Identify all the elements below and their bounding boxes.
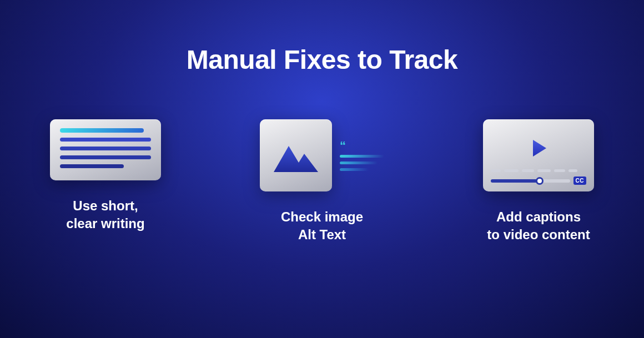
image-alt-icon: “ xyxy=(260,119,384,191)
text-line xyxy=(60,147,151,150)
alt-line xyxy=(340,168,369,171)
mountains-icon xyxy=(271,136,321,175)
alt-text-lines-icon: “ xyxy=(340,143,384,171)
caption-dash xyxy=(537,169,551,172)
text-line xyxy=(60,138,151,142)
item-label: Use short, clear writing xyxy=(66,197,144,233)
items-row: Use short, clear writing “ xyxy=(0,119,644,244)
alt-line xyxy=(340,162,378,164)
caption-dash xyxy=(522,169,534,172)
quote-mark-icon: “ xyxy=(340,143,384,149)
text-line xyxy=(60,155,151,159)
caption-dash xyxy=(504,169,519,172)
text-lines-icon xyxy=(50,119,161,180)
alt-line xyxy=(340,155,384,158)
caption-dashes xyxy=(491,169,586,172)
play-icon xyxy=(527,137,550,159)
caption-dash xyxy=(568,169,577,172)
cc-badge: CC xyxy=(573,176,586,185)
item-alt-text: “ Check image Alt Text xyxy=(250,119,394,244)
video-progress-fill xyxy=(491,179,540,183)
video-progress-thumb xyxy=(536,177,544,185)
video-progress-track xyxy=(491,179,570,183)
text-line-highlight xyxy=(60,128,144,133)
item-label: Add captions to video content xyxy=(487,208,590,244)
video-progress-row: CC xyxy=(491,176,586,185)
video-play-area xyxy=(491,127,586,169)
item-label: Check image Alt Text xyxy=(281,208,363,244)
text-line xyxy=(60,164,124,168)
item-video-captions: CC Add captions to video content xyxy=(466,119,611,244)
caption-dash xyxy=(491,169,501,172)
caption-dash xyxy=(554,169,565,172)
item-clear-writing: Use short, clear writing xyxy=(33,119,178,244)
image-thumbnail-icon xyxy=(260,119,332,191)
page-title: Manual Fixes to Track xyxy=(187,44,457,75)
video-cc-icon: CC xyxy=(483,119,594,191)
